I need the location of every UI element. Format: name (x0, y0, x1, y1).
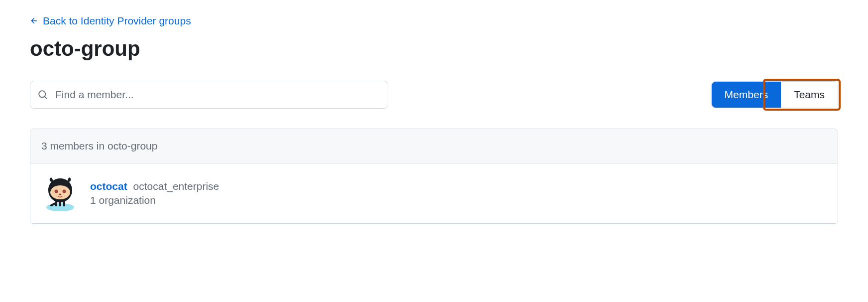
avatar (41, 174, 79, 212)
member-meta: 1 organization (90, 194, 219, 206)
member-name-line: octocat octocat_enterprise (90, 180, 219, 192)
search-icon (38, 90, 48, 100)
list-header: 3 members in octo-group (30, 129, 838, 163)
svg-point-4 (63, 190, 66, 193)
svg-point-5 (59, 194, 62, 195)
back-link[interactable]: Back to Identity Provider groups (30, 15, 191, 27)
member-row: octocat octocat_enterprise 1 organizatio… (30, 163, 838, 224)
members-tab[interactable]: Members (712, 82, 781, 108)
member-username[interactable]: octocat (90, 180, 127, 192)
arrow-left-icon (30, 16, 39, 25)
members-list: 3 members in octo-group octocat octocat_… (30, 129, 838, 224)
page-title: octo-group (30, 37, 838, 61)
controls-row: Members Teams (30, 81, 838, 109)
member-fullname: octocat_enterprise (133, 180, 219, 192)
teams-tab[interactable]: Teams (781, 82, 838, 108)
search-wrap (30, 81, 388, 109)
svg-point-3 (55, 190, 58, 193)
search-input[interactable] (30, 81, 388, 109)
toggle-group: Members Teams (711, 81, 838, 108)
member-info: octocat octocat_enterprise 1 organizatio… (90, 180, 219, 206)
back-link-label: Back to Identity Provider groups (43, 15, 191, 27)
